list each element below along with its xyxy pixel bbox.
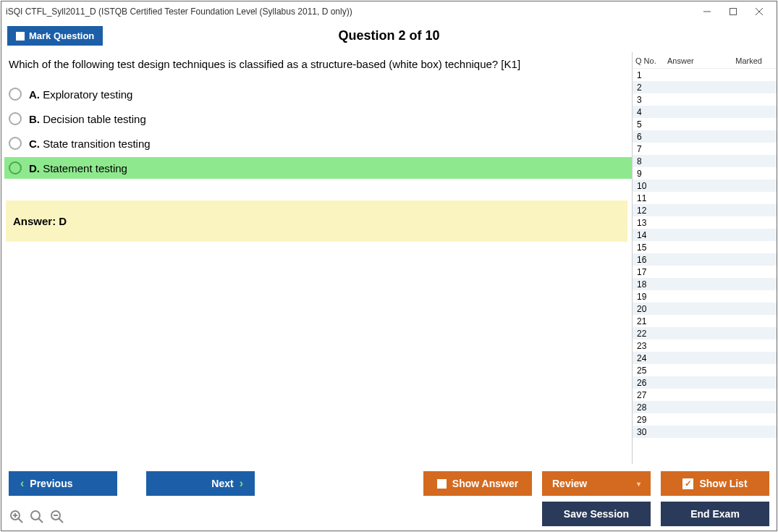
- show-answer-label: Show Answer: [452, 478, 518, 489]
- option-a[interactable]: A. Exploratory testing: [4, 83, 632, 105]
- content-area: Which of the following test design techn…: [1, 51, 777, 464]
- svg-line-11: [59, 518, 63, 523]
- save-session-label: Save Session: [564, 508, 629, 520]
- zoom-in-icon[interactable]: [9, 509, 25, 525]
- question-number-list[interactable]: 1234567891011121314151617181920212223242…: [633, 69, 777, 464]
- close-icon[interactable]: [746, 3, 772, 20]
- radio-icon: [9, 137, 22, 150]
- header-answer: Answer: [667, 56, 718, 65]
- answer-box: Answer: D: [6, 200, 627, 242]
- list-item[interactable]: 3: [633, 93, 777, 106]
- header-qno: Q No.: [635, 56, 667, 65]
- list-item[interactable]: 10: [633, 180, 777, 192]
- minimize-icon[interactable]: [694, 3, 720, 20]
- bottom-bar: ‹ Previous Next › Show Answer Review ▾ ✓…: [1, 464, 777, 531]
- list-item[interactable]: 30: [633, 426, 777, 438]
- radio-icon: [9, 161, 22, 174]
- toolbar: Mark Question Question 2 of 10: [1, 22, 777, 51]
- button-row-1: ‹ Previous Next › Show Answer Review ▾ ✓…: [9, 471, 769, 496]
- option-label: B. Decision table testing: [29, 113, 146, 125]
- list-header: Q No. Answer Marked: [633, 52, 777, 69]
- zoom-out-icon[interactable]: [49, 509, 65, 525]
- previous-button[interactable]: ‹ Previous: [9, 471, 117, 496]
- show-answer-button[interactable]: Show Answer: [423, 471, 532, 496]
- list-item[interactable]: 8: [633, 155, 777, 167]
- question-counter: Question 2 of 10: [1, 28, 777, 43]
- list-item[interactable]: 27: [633, 389, 777, 401]
- maximize-icon[interactable]: [720, 3, 746, 20]
- window-title: iSQI CTFL_Syll2011_D (ISTQB Certified Te…: [6, 7, 694, 17]
- option-b[interactable]: B. Decision table testing: [4, 108, 632, 130]
- list-item[interactable]: 1: [633, 69, 777, 81]
- option-label: D. Statement testing: [29, 162, 127, 174]
- list-item[interactable]: 5: [633, 118, 777, 130]
- option-label: A. Exploratory testing: [29, 88, 132, 101]
- chevron-right-icon: ›: [240, 477, 243, 490]
- list-item[interactable]: 15: [633, 241, 777, 253]
- list-item[interactable]: 11: [633, 192, 777, 204]
- list-item[interactable]: 29: [633, 413, 777, 426]
- radio-icon: [9, 88, 22, 101]
- svg-rect-1: [730, 9, 737, 15]
- next-label: Next: [211, 478, 233, 489]
- zoom-icon[interactable]: [29, 509, 45, 525]
- checkbox-icon: [16, 32, 25, 41]
- show-list-label: Show List: [699, 478, 747, 489]
- review-label: Review: [552, 478, 587, 489]
- list-item[interactable]: 28: [633, 401, 777, 413]
- list-item[interactable]: 19: [633, 290, 777, 303]
- chevron-left-icon: ‹: [20, 477, 24, 490]
- checkbox-checked-icon: ✓: [682, 478, 693, 489]
- list-item[interactable]: 21: [633, 315, 777, 327]
- button-row-2: Save Session End Exam: [9, 502, 769, 526]
- option-d[interactable]: D. Statement testing: [4, 157, 632, 179]
- list-item[interactable]: 7: [633, 143, 777, 155]
- previous-label: Previous: [30, 478, 72, 489]
- list-item[interactable]: 18: [633, 278, 777, 290]
- list-item[interactable]: 12: [633, 204, 777, 216]
- list-item[interactable]: 25: [633, 364, 777, 376]
- list-item[interactable]: 20: [633, 303, 777, 315]
- list-item[interactable]: 9: [633, 167, 777, 180]
- radio-icon: [9, 112, 22, 125]
- header-marked: Marked: [718, 56, 774, 65]
- mark-question-label: Mark Question: [29, 30, 94, 41]
- end-exam-button[interactable]: End Exam: [661, 502, 769, 526]
- checkbox-icon: [437, 479, 447, 489]
- question-list-panel: Q No. Answer Marked 12345678910111213141…: [632, 52, 777, 464]
- zoom-controls: [9, 509, 65, 526]
- list-item[interactable]: 2: [633, 81, 777, 93]
- question-text: Which of the following test design techn…: [9, 58, 627, 70]
- option-label: C. State transition testing: [29, 138, 151, 150]
- end-exam-label: End Exam: [690, 508, 740, 520]
- list-item[interactable]: 13: [633, 216, 777, 229]
- options-list: A. Exploratory testingB. Decision table …: [4, 83, 632, 179]
- list-item[interactable]: 23: [633, 339, 777, 352]
- review-dropdown[interactable]: Review ▾: [542, 471, 651, 496]
- chevron-down-icon: ▾: [637, 480, 640, 488]
- list-item[interactable]: 14: [633, 229, 777, 241]
- option-c[interactable]: C. State transition testing: [4, 132, 632, 154]
- question-panel: Which of the following test design techn…: [1, 52, 632, 464]
- list-item[interactable]: 17: [633, 266, 777, 278]
- titlebar: iSQI CTFL_Syll2011_D (ISTQB Certified Te…: [1, 1, 777, 22]
- list-item[interactable]: 24: [633, 352, 777, 364]
- list-item[interactable]: 22: [633, 327, 777, 339]
- next-button[interactable]: Next ›: [146, 471, 255, 496]
- app-window: iSQI CTFL_Syll2011_D (ISTQB Certified Te…: [1, 1, 777, 531]
- show-list-button[interactable]: ✓ Show List: [661, 471, 769, 496]
- svg-line-9: [38, 518, 43, 523]
- list-item[interactable]: 4: [633, 106, 777, 118]
- list-item[interactable]: 26: [633, 376, 777, 389]
- save-session-button[interactable]: Save Session: [542, 502, 651, 526]
- list-item[interactable]: 16: [633, 253, 777, 266]
- list-item[interactable]: 6: [633, 130, 777, 143]
- svg-line-5: [18, 518, 22, 523]
- mark-question-button[interactable]: Mark Question: [7, 26, 103, 46]
- window-controls: [694, 3, 772, 20]
